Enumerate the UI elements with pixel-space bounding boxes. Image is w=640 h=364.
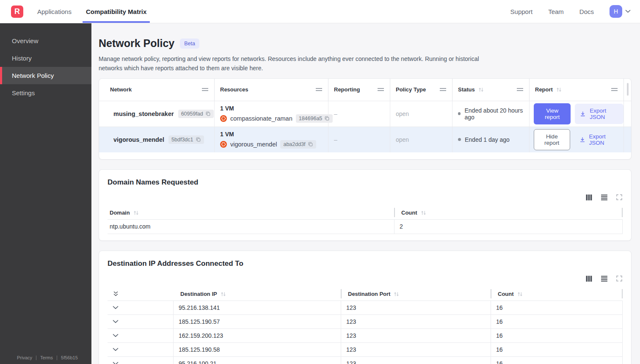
- sort-arrows-icon[interactable]: [517, 292, 523, 297]
- count-cell: 16: [491, 342, 623, 356]
- sort-arrows-icon[interactable]: [421, 210, 426, 215]
- primary-tabs: Applications Compatibility Matrix: [37, 0, 146, 23]
- drag-handle-icon[interactable]: [316, 88, 322, 91]
- version-hash: 5f56b15: [61, 355, 78, 360]
- column-header-report[interactable]: Report: [530, 79, 624, 101]
- sort-arrows-icon[interactable]: [478, 87, 484, 92]
- sidebar-item-settings[interactable]: Settings: [0, 84, 91, 102]
- sort-arrows-icon[interactable]: [221, 292, 226, 297]
- resources-cell: 1 VM vigorous_mendel aba2dd3f: [215, 127, 328, 152]
- ip-row: 185.125.190.57 123 16: [108, 314, 623, 328]
- page-title: Network Policy: [99, 37, 174, 50]
- column-header-destination-ip[interactable]: Destination IP: [173, 288, 341, 301]
- drag-handle-icon[interactable]: [202, 88, 208, 91]
- columns-icon[interactable]: [585, 194, 593, 201]
- divider: [36, 356, 36, 360]
- view-report-button[interactable]: View report: [534, 103, 571, 124]
- tab-applications[interactable]: Applications: [37, 0, 72, 23]
- expand-row-toggle[interactable]: [108, 314, 173, 328]
- chevron-down-icon[interactable]: [113, 334, 119, 337]
- destination-port-cell: 123: [341, 301, 491, 314]
- network-id-badge: 60959fad: [178, 110, 214, 118]
- chevron-down-icon[interactable]: [113, 362, 119, 364]
- main-content: Network Policy Beta Manage network polic…: [91, 23, 640, 364]
- rows-icon[interactable]: [601, 194, 608, 201]
- chevron-down-icon: [625, 10, 631, 13]
- resource-name: compassionate_raman: [230, 115, 292, 122]
- copy-icon[interactable]: [196, 137, 201, 142]
- sidebar-item-network-policy[interactable]: Network Policy: [0, 67, 91, 84]
- table-gutter: [624, 101, 631, 127]
- ips-table-header: Destination IP Destination Port Count: [108, 288, 623, 301]
- account-menu[interactable]: H: [610, 5, 631, 18]
- ip-row: 185.125.190.58 123 16: [108, 342, 623, 356]
- domains-table: Domain Count ntp.ubuntu.com 2: [108, 207, 623, 234]
- tab-compatibility-matrix[interactable]: Compatibility Matrix: [86, 0, 146, 23]
- nav-link-support[interactable]: Support: [510, 8, 533, 15]
- resource-id-badge: aba2dd3f: [280, 140, 316, 149]
- domain-cell: ntp.ubuntu.com: [108, 219, 394, 234]
- column-header-status[interactable]: Status: [452, 79, 530, 101]
- drag-handle-icon[interactable]: [611, 88, 618, 91]
- columns-icon[interactable]: [585, 275, 593, 282]
- expand-row-toggle[interactable]: [108, 356, 173, 364]
- resource-id-badge: 184696a5: [296, 114, 333, 123]
- sidebar-item-overview[interactable]: Overview: [0, 32, 91, 50]
- ubuntu-icon: [220, 115, 227, 122]
- nav-link-team[interactable]: Team: [548, 8, 564, 15]
- status-text: Ended 1 day ago: [465, 136, 510, 143]
- table-toolbar: [108, 194, 623, 201]
- sidebar-footer: Privacy Terms 5f56b15: [0, 355, 91, 364]
- ip-row: 162.159.200.123 123 16: [108, 328, 623, 342]
- table-scrollbar[interactable]: [627, 83, 629, 96]
- terms-link[interactable]: Terms: [40, 355, 53, 360]
- network-name-cell: musing_stonebraker 60959fad: [99, 101, 215, 127]
- chevron-down-icon[interactable]: [113, 320, 119, 323]
- sort-arrows-icon[interactable]: [394, 292, 399, 297]
- expand-icon[interactable]: [616, 275, 623, 282]
- policy-type-cell: open: [390, 127, 452, 152]
- sort-arrows-icon[interactable]: [556, 87, 562, 92]
- count-cell: 16: [491, 314, 623, 328]
- domains-card: Domain Names Requested Domain Count ntp.…: [99, 169, 632, 241]
- column-header-count[interactable]: Count: [394, 207, 623, 219]
- copy-icon[interactable]: [308, 141, 313, 147]
- chevron-down-icon[interactable]: [113, 306, 119, 309]
- resource-count: 1 VM: [220, 105, 234, 112]
- reporting-cell: –: [328, 101, 390, 127]
- rows-icon[interactable]: [601, 275, 608, 282]
- count-cell: 2: [394, 219, 623, 234]
- copy-icon[interactable]: [205, 111, 211, 116]
- table-toolbar: [108, 275, 623, 282]
- expand-row-toggle[interactable]: [108, 301, 173, 314]
- double-chevron-down-icon[interactable]: [113, 291, 119, 297]
- column-header-destination-port[interactable]: Destination Port: [341, 288, 491, 301]
- count-cell: 16: [491, 301, 623, 314]
- chevron-down-icon[interactable]: [113, 348, 119, 351]
- divider: [57, 356, 57, 360]
- drag-handle-icon[interactable]: [440, 88, 446, 91]
- domains-table-header: Domain Count: [108, 207, 623, 219]
- column-header-count[interactable]: Count: [491, 288, 623, 301]
- column-header-domain[interactable]: Domain: [108, 207, 394, 219]
- export-json-button[interactable]: Export JSON: [575, 104, 623, 124]
- nav-link-docs[interactable]: Docs: [579, 8, 594, 15]
- avatar[interactable]: H: [610, 5, 622, 18]
- column-header-resources: Resources: [215, 79, 328, 101]
- expand-all-rows[interactable]: [108, 288, 173, 301]
- sort-arrows-icon[interactable]: [133, 210, 139, 215]
- sidebar-item-history[interactable]: History: [0, 50, 91, 67]
- beta-badge: Beta: [180, 39, 199, 49]
- r-logo[interactable]: R: [11, 6, 23, 18]
- hide-report-button[interactable]: Hide report: [534, 129, 570, 150]
- drag-handle-icon[interactable]: [517, 88, 523, 91]
- column-header-policy-type: Policy Type: [390, 79, 452, 101]
- expand-icon[interactable]: [616, 194, 623, 201]
- expand-row-toggle[interactable]: [108, 342, 173, 356]
- drag-handle-icon[interactable]: [378, 88, 384, 91]
- expand-row-toggle[interactable]: [108, 328, 173, 342]
- privacy-link[interactable]: Privacy: [17, 355, 32, 360]
- network-name-cell: vigorous_mendel 5bdf3dc1: [99, 127, 215, 152]
- resources-cell: 1 VM compassionate_raman 184696a5: [215, 101, 328, 127]
- export-json-button[interactable]: Export JSON: [574, 130, 623, 150]
